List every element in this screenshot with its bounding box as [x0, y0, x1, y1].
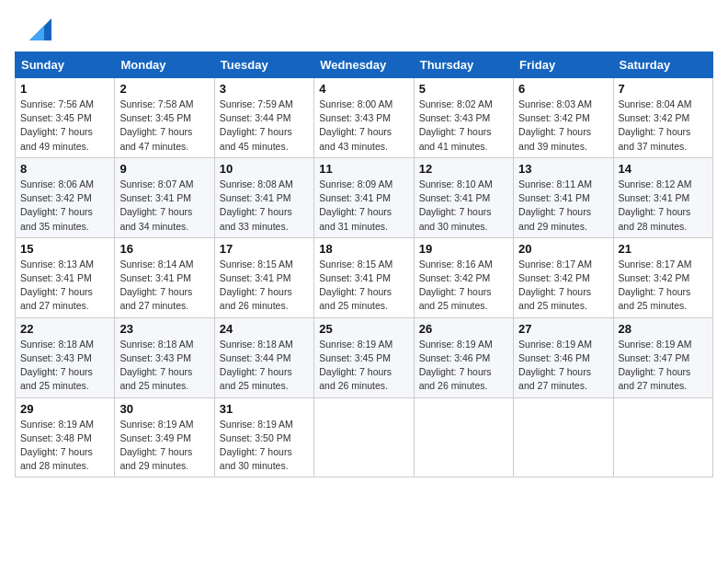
day-cell [314, 397, 414, 477]
day-detail: Sunrise: 8:18 AMSunset: 3:44 PMDaylight:… [220, 339, 293, 392]
day-detail: Sunrise: 8:11 AMSunset: 3:41 PMDaylight:… [518, 178, 592, 232]
day-detail: Sunrise: 8:19 AMSunset: 3:50 PMDaylight:… [220, 419, 293, 472]
day-detail: Sunrise: 8:19 AMSunset: 3:46 PMDaylight:… [518, 339, 592, 392]
day-cell: 6 Sunrise: 8:03 AMSunset: 3:42 PMDayligh… [514, 78, 613, 158]
day-cell: 27 Sunrise: 8:19 AMSunset: 3:46 PMDaylig… [514, 317, 613, 397]
day-detail: Sunrise: 8:04 AMSunset: 3:42 PMDaylight:… [619, 98, 692, 152]
day-number: 10 [220, 162, 309, 176]
day-detail: Sunrise: 8:16 AMSunset: 3:42 PMDaylight:… [419, 259, 493, 312]
day-cell: 25 Sunrise: 8:19 AMSunset: 3:45 PMDaylig… [314, 317, 414, 397]
day-detail: Sunrise: 7:56 AMSunset: 3:45 PMDaylight:… [20, 98, 94, 152]
day-detail: Sunrise: 8:17 AMSunset: 3:42 PMDaylight:… [518, 259, 592, 312]
day-detail: Sunrise: 8:07 AMSunset: 3:41 PMDaylight:… [119, 178, 193, 232]
day-number: 31 [220, 402, 309, 416]
day-detail: Sunrise: 8:19 AMSunset: 3:49 PMDaylight:… [119, 419, 193, 472]
day-number: 6 [518, 82, 608, 96]
day-cell: 2 Sunrise: 7:58 AMSunset: 3:45 PMDayligh… [115, 78, 214, 158]
day-number: 5 [419, 82, 508, 96]
header-cell-thursday: Thursday [414, 52, 513, 78]
day-detail: Sunrise: 8:18 AMSunset: 3:43 PMDaylight:… [20, 339, 94, 392]
day-number: 13 [518, 162, 608, 176]
day-cell: 12 Sunrise: 8:10 AMSunset: 3:41 PMDaylig… [414, 157, 513, 237]
header-row: SundayMondayTuesdayWednesdayThursdayFrid… [16, 52, 713, 78]
day-cell: 1 Sunrise: 7:56 AMSunset: 3:45 PMDayligh… [16, 78, 115, 158]
day-number: 20 [518, 242, 608, 256]
day-number: 15 [20, 242, 109, 256]
day-detail: Sunrise: 8:03 AMSunset: 3:42 PMDaylight:… [518, 98, 592, 152]
day-cell: 30 Sunrise: 8:19 AMSunset: 3:49 PMDaylig… [115, 397, 214, 477]
day-detail: Sunrise: 8:09 AMSunset: 3:41 PMDaylight:… [319, 178, 392, 232]
day-cell: 9 Sunrise: 8:07 AMSunset: 3:41 PMDayligh… [115, 157, 214, 237]
day-cell: 18 Sunrise: 8:15 AMSunset: 3:41 PMDaylig… [314, 237, 414, 317]
day-cell: 3 Sunrise: 7:59 AMSunset: 3:44 PMDayligh… [214, 78, 313, 158]
week-row-1: 1 Sunrise: 7:56 AMSunset: 3:45 PMDayligh… [16, 78, 713, 158]
day-detail: Sunrise: 7:58 AMSunset: 3:45 PMDaylight:… [119, 98, 193, 152]
day-number: 1 [20, 82, 109, 96]
day-number: 28 [619, 322, 708, 336]
week-row-4: 22 Sunrise: 8:18 AMSunset: 3:43 PMDaylig… [16, 317, 713, 397]
day-cell: 19 Sunrise: 8:16 AMSunset: 3:42 PMDaylig… [414, 237, 513, 317]
day-cell: 8 Sunrise: 8:06 AMSunset: 3:42 PMDayligh… [16, 157, 115, 237]
day-detail: Sunrise: 8:02 AMSunset: 3:43 PMDaylight:… [419, 98, 493, 152]
day-number: 24 [220, 322, 309, 336]
day-detail: Sunrise: 7:59 AMSunset: 3:44 PMDaylight:… [220, 98, 293, 152]
header-cell-tuesday: Tuesday [214, 52, 313, 78]
day-detail: Sunrise: 8:19 AMSunset: 3:47 PMDaylight:… [619, 339, 692, 392]
day-number: 29 [20, 402, 109, 416]
day-cell: 15 Sunrise: 8:13 AMSunset: 3:41 PMDaylig… [16, 237, 115, 317]
svg-marker-1 [29, 26, 44, 40]
week-row-2: 8 Sunrise: 8:06 AMSunset: 3:42 PMDayligh… [16, 157, 713, 237]
header-cell-saturday: Saturday [613, 52, 712, 78]
logo [15, 15, 51, 42]
header-cell-sunday: Sunday [16, 52, 115, 78]
header-cell-monday: Monday [115, 52, 214, 78]
day-cell [414, 397, 513, 477]
day-detail: Sunrise: 8:13 AMSunset: 3:41 PMDaylight:… [20, 259, 94, 312]
header-cell-friday: Friday [514, 52, 613, 78]
day-number: 12 [419, 162, 508, 176]
day-number: 30 [119, 402, 209, 416]
day-cell [514, 397, 613, 477]
day-number: 2 [119, 82, 209, 96]
header [15, 15, 713, 42]
day-number: 11 [319, 162, 408, 176]
day-detail: Sunrise: 8:08 AMSunset: 3:41 PMDaylight:… [220, 178, 293, 232]
day-cell: 5 Sunrise: 8:02 AMSunset: 3:43 PMDayligh… [414, 78, 513, 158]
day-cell: 21 Sunrise: 8:17 AMSunset: 3:42 PMDaylig… [613, 237, 712, 317]
day-cell [613, 397, 712, 477]
week-row-3: 15 Sunrise: 8:13 AMSunset: 3:41 PMDaylig… [16, 237, 713, 317]
day-cell: 14 Sunrise: 8:12 AMSunset: 3:41 PMDaylig… [613, 157, 712, 237]
day-number: 16 [119, 242, 209, 256]
day-detail: Sunrise: 8:19 AMSunset: 3:48 PMDaylight:… [20, 419, 94, 472]
day-number: 27 [518, 322, 608, 336]
day-number: 18 [319, 242, 408, 256]
day-number: 23 [119, 322, 209, 336]
day-detail: Sunrise: 8:00 AMSunset: 3:43 PMDaylight:… [319, 98, 392, 152]
day-cell: 11 Sunrise: 8:09 AMSunset: 3:41 PMDaylig… [314, 157, 414, 237]
day-cell: 16 Sunrise: 8:14 AMSunset: 3:41 PMDaylig… [115, 237, 214, 317]
day-cell: 10 Sunrise: 8:08 AMSunset: 3:41 PMDaylig… [214, 157, 313, 237]
day-number: 3 [220, 82, 309, 96]
day-cell: 28 Sunrise: 8:19 AMSunset: 3:47 PMDaylig… [613, 317, 712, 397]
day-cell: 17 Sunrise: 8:15 AMSunset: 3:41 PMDaylig… [214, 237, 313, 317]
week-row-5: 29 Sunrise: 8:19 AMSunset: 3:48 PMDaylig… [16, 397, 713, 477]
day-detail: Sunrise: 8:12 AMSunset: 3:41 PMDaylight:… [619, 178, 692, 232]
day-detail: Sunrise: 8:15 AMSunset: 3:41 PMDaylight:… [220, 259, 293, 312]
day-cell: 22 Sunrise: 8:18 AMSunset: 3:43 PMDaylig… [16, 317, 115, 397]
day-number: 25 [319, 322, 408, 336]
day-cell: 29 Sunrise: 8:19 AMSunset: 3:48 PMDaylig… [16, 397, 115, 477]
day-number: 4 [319, 82, 408, 96]
logo-icon [18, 15, 51, 42]
day-cell: 26 Sunrise: 8:19 AMSunset: 3:46 PMDaylig… [414, 317, 513, 397]
calendar-table: SundayMondayTuesdayWednesdayThursdayFrid… [15, 52, 713, 477]
day-cell: 13 Sunrise: 8:11 AMSunset: 3:41 PMDaylig… [514, 157, 613, 237]
day-number: 7 [619, 82, 708, 96]
day-detail: Sunrise: 8:15 AMSunset: 3:41 PMDaylight:… [319, 259, 392, 312]
day-number: 19 [419, 242, 508, 256]
header-cell-wednesday: Wednesday [314, 52, 414, 78]
day-detail: Sunrise: 8:19 AMSunset: 3:45 PMDaylight:… [319, 339, 392, 392]
day-detail: Sunrise: 8:18 AMSunset: 3:43 PMDaylight:… [119, 339, 193, 392]
day-number: 22 [20, 322, 109, 336]
day-cell: 31 Sunrise: 8:19 AMSunset: 3:50 PMDaylig… [214, 397, 313, 477]
day-cell: 4 Sunrise: 8:00 AMSunset: 3:43 PMDayligh… [314, 78, 414, 158]
